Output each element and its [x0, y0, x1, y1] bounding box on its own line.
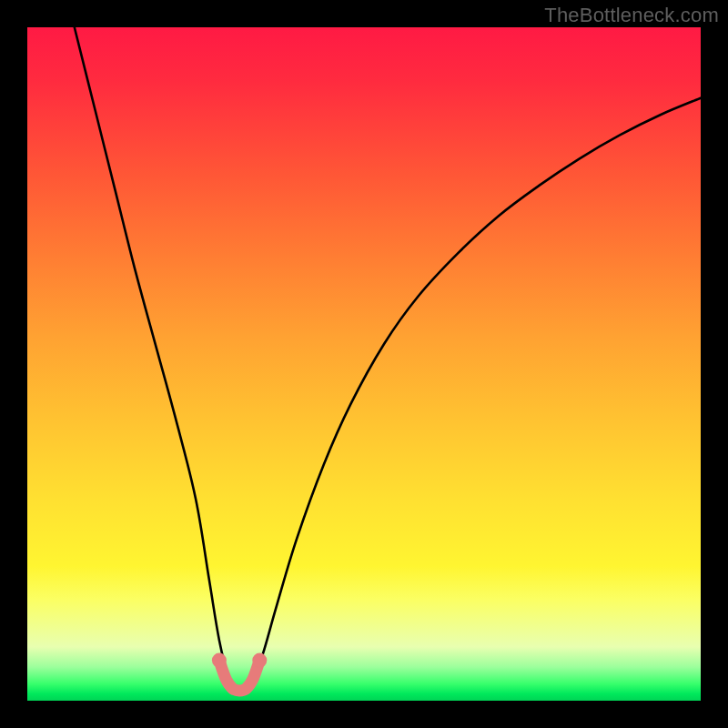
plot-svg: [27, 27, 701, 701]
bottleneck-curve: [75, 27, 701, 692]
chart-frame: TheBottleneck.com: [0, 0, 728, 728]
highlight-arc: [219, 661, 259, 691]
highlight-arc-endpoint: [212, 653, 227, 668]
plot-area: [27, 27, 701, 701]
highlight-arc-endpoint: [252, 653, 267, 668]
highlight-arc-dots: [212, 653, 267, 668]
watermark-text: TheBottleneck.com: [544, 4, 719, 27]
